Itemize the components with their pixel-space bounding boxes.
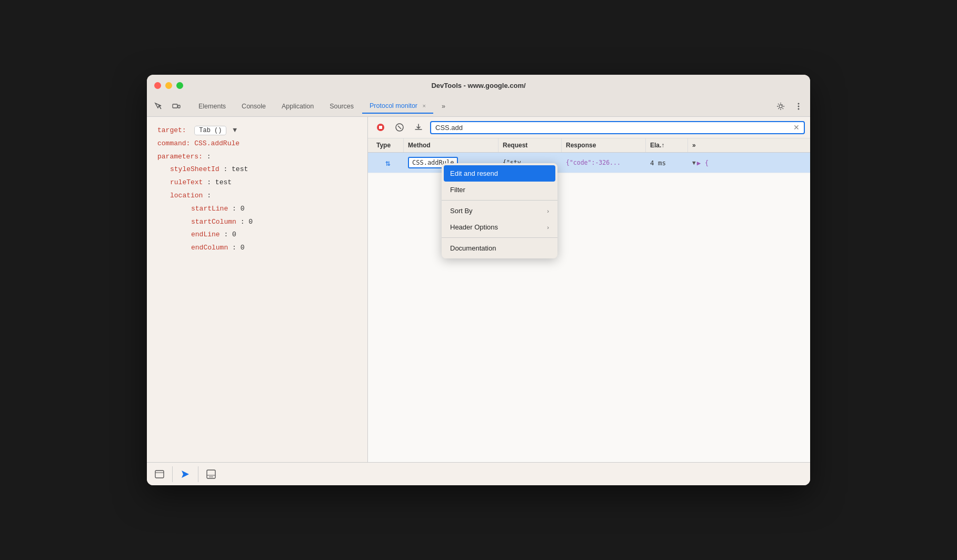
target-line: target: Tab () ▼	[157, 125, 357, 136]
svg-rect-2	[178, 105, 180, 108]
target-dropdown-arrow[interactable]: ▼	[233, 126, 237, 134]
download-button[interactable]	[411, 120, 426, 135]
drawer-button[interactable]	[204, 467, 218, 482]
traffic-lights	[154, 82, 183, 89]
startColumn-line: startColumn : 0	[157, 217, 357, 228]
svg-line-0	[159, 106, 161, 109]
table-body: ⇅ CSS.addRule {"sty {"code":-326... 4 ms	[368, 153, 810, 462]
search-clear-button[interactable]: ✕	[793, 124, 800, 131]
right-panel: ✕ Type Method Request Response Ela.↑	[368, 117, 810, 462]
svg-point-6	[798, 108, 800, 109]
tab-application[interactable]: Application	[274, 99, 321, 113]
col-header-elapsed[interactable]: Ela.↑	[646, 138, 688, 152]
arrows-icon: ⇅	[385, 158, 391, 168]
menu-item-edit-resend[interactable]: Edit and resend	[444, 165, 555, 182]
more-options-icon[interactable]	[791, 99, 806, 114]
search-input[interactable]	[435, 124, 790, 132]
tab-more[interactable]: »	[434, 99, 453, 113]
devtools-window: DevTools - www.google.com/ Elements Cons…	[147, 75, 810, 485]
bottom-bar	[147, 462, 810, 485]
cell-response: {"code":-326...	[562, 153, 646, 173]
main-content: target: Tab () ▼ command: CSS.addRule pa…	[147, 117, 810, 462]
menu-item-header-options[interactable]: Header Options ›	[442, 219, 557, 235]
tab-sources[interactable]: Sources	[322, 99, 361, 113]
location-line: location :	[157, 191, 357, 202]
header-options-arrow-icon: ›	[547, 224, 549, 231]
menu-item-sort-by[interactable]: Sort By ›	[442, 203, 557, 219]
search-box: ✕	[430, 121, 805, 134]
inspect-icon[interactable]	[151, 99, 166, 114]
styleSheetId-line: styleSheetId : test	[157, 164, 357, 175]
ruleText-line: ruleText : test	[157, 177, 357, 188]
table-header: Type Method Request Response Ela.↑ »	[368, 138, 810, 153]
svg-rect-11	[155, 471, 164, 478]
left-panel: target: Tab () ▼ command: CSS.addRule pa…	[147, 117, 368, 462]
protocol-toolbar: ✕	[368, 117, 810, 138]
clear-button[interactable]	[392, 120, 407, 135]
svg-point-5	[798, 105, 800, 107]
title-bar: DevTools - www.google.com/	[147, 75, 810, 96]
tab-protocol-monitor[interactable]: Protocol monitor ×	[362, 99, 433, 114]
svg-point-3	[779, 105, 782, 108]
tab-elements[interactable]: Elements	[191, 99, 233, 113]
context-menu: Edit and resend Filter Sort By › Header …	[442, 163, 557, 258]
device-toolbar-icon[interactable]	[169, 99, 184, 114]
menu-divider-1	[442, 200, 557, 201]
bottom-divider	[172, 466, 173, 482]
tab-bar-icons	[151, 99, 184, 114]
endLine-line: endLine : 0	[157, 229, 357, 241]
col-header-response: Response	[562, 138, 646, 152]
menu-item-filter[interactable]: Filter	[442, 182, 557, 198]
col-header-request: Request	[499, 138, 562, 152]
close-button[interactable]	[154, 82, 161, 89]
tab-close-icon[interactable]: ×	[423, 103, 426, 109]
settings-icon[interactable]	[773, 99, 788, 114]
svg-line-10	[398, 126, 401, 129]
command-line: command: CSS.addRule	[157, 138, 357, 149]
svg-point-4	[798, 103, 800, 104]
parameters-line: parameters: :	[157, 152, 357, 163]
startLine-line: startLine : 0	[157, 204, 357, 215]
sidebar-toggle-button[interactable]	[152, 467, 167, 482]
tab-bar: Elements Console Application Sources Pro…	[147, 96, 810, 117]
send-button[interactable]	[178, 467, 193, 482]
svg-rect-8	[379, 126, 382, 129]
endColumn-line: endColumn : 0	[157, 243, 357, 254]
col-header-type: Type	[372, 138, 404, 152]
menu-item-documentation[interactable]: Documentation	[442, 240, 557, 256]
col-header-more[interactable]: »	[688, 138, 709, 152]
window-title: DevTools - www.google.com/	[431, 82, 525, 89]
maximize-button[interactable]	[176, 82, 183, 89]
tab-console[interactable]: Console	[234, 99, 273, 113]
svg-marker-13	[182, 471, 189, 478]
cell-elapsed: 4 ms	[646, 153, 688, 173]
stop-recording-button[interactable]	[373, 120, 388, 135]
minimize-button[interactable]	[165, 82, 172, 89]
col-header-method: Method	[404, 138, 499, 152]
menu-divider-2	[442, 237, 557, 238]
tab-bar-right	[773, 99, 806, 114]
cell-expand: ▼ ▶ {code	[688, 153, 709, 173]
cell-type: ⇅	[372, 153, 404, 173]
svg-rect-1	[173, 104, 177, 108]
sort-by-arrow-icon: ›	[547, 208, 549, 214]
bottom-divider-2	[198, 466, 198, 482]
table-row[interactable]: ⇅ CSS.addRule {"sty {"code":-326... 4 ms	[368, 153, 810, 173]
target-dropdown[interactable]: Tab ()	[194, 126, 226, 135]
